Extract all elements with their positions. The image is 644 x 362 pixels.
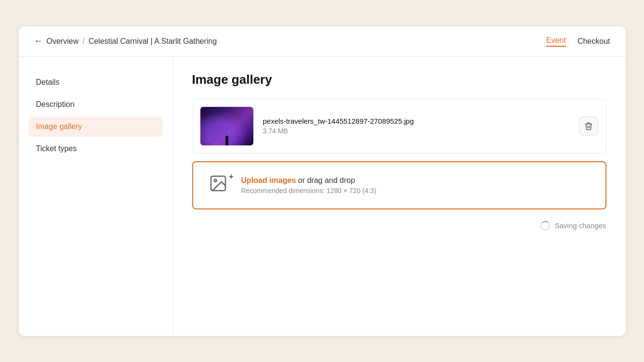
saving-spinner — [540, 221, 550, 231]
nav-checkout-tab[interactable]: Checkout — [578, 37, 610, 46]
image-item-card: pexels-travelers_tw-1445512897-27089525.… — [192, 99, 606, 154]
sidebar: Details Description Image gallery Ticket… — [19, 57, 173, 336]
image-size: 3.74 MB — [263, 127, 569, 135]
upload-area[interactable]: + Upload images or drag and drop Recomme… — [192, 161, 606, 209]
section-title: Image gallery — [192, 72, 606, 87]
upload-main-text: Upload images or drag and drop — [241, 176, 377, 185]
overview-link[interactable]: Overview — [47, 37, 79, 46]
back-button[interactable]: ← — [34, 36, 43, 46]
delete-image-button[interactable] — [579, 116, 598, 136]
upload-icon-container: + — [209, 174, 232, 197]
breadcrumb-separator: / — [82, 37, 84, 46]
upload-text-container: Upload images or drag and drop Recommend… — [241, 176, 377, 194]
sidebar-item-details[interactable]: Details — [28, 72, 163, 92]
upload-drag-text: or drag and drop — [296, 176, 355, 184]
sidebar-item-ticket-types[interactable]: Ticket types — [28, 139, 163, 159]
sidebar-item-image-gallery[interactable]: Image gallery — [28, 116, 163, 137]
image-filename: pexels-travelers_tw-1445512897-27089525.… — [263, 117, 569, 125]
breadcrumb-page-title: Celestial Carnival | A Starlit Gathering — [89, 37, 217, 46]
header: ← Overview / Celestial Carnival | A Star… — [19, 26, 626, 57]
breadcrumb: ← Overview / Celestial Carnival | A Star… — [34, 36, 217, 46]
upload-plus-icon: + — [229, 173, 233, 181]
header-nav: Event Checkout — [546, 36, 610, 47]
upload-sub-text: Recommended dimensions: 1280 × 720 (4:3) — [241, 187, 377, 194]
trash-icon — [584, 122, 593, 130]
main-card: ← Overview / Celestial Carnival | A Star… — [19, 26, 626, 336]
main-content: Image gallery pexels-travelers_tw-144551… — [173, 57, 626, 336]
svg-point-1 — [214, 179, 216, 181]
content-footer: Saving changes — [192, 209, 606, 231]
saving-text: Saving changes — [555, 221, 606, 230]
image-upload-icon — [209, 174, 228, 193]
image-thumbnail — [200, 107, 253, 145]
nav-event-tab[interactable]: Event — [546, 36, 566, 47]
sidebar-item-description[interactable]: Description — [28, 94, 163, 115]
image-info: pexels-travelers_tw-1445512897-27089525.… — [263, 117, 569, 135]
upload-link-text[interactable]: Upload images — [241, 176, 296, 184]
body-layout: Details Description Image gallery Ticket… — [19, 57, 626, 336]
